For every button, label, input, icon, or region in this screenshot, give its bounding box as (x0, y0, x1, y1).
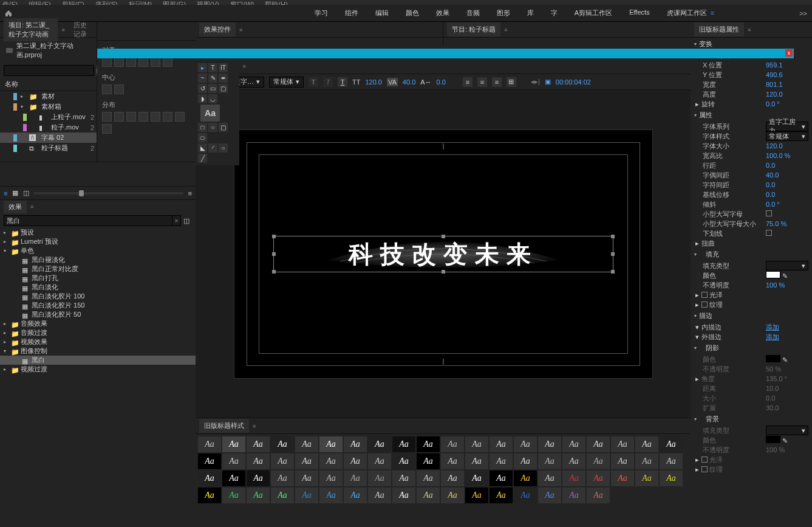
fxcontrol-tab[interactable]: 效果控件 (199, 22, 236, 36)
sync-icon[interactable]: ◂▸| (531, 78, 540, 86)
style-swatch[interactable]: Aa (490, 487, 513, 503)
align-left-icon[interactable]: ≡ (463, 77, 473, 87)
ws-tab[interactable]: 效果 (436, 9, 449, 18)
style-swatch[interactable]: Aa (441, 436, 464, 452)
aspect-value[interactable]: 100.0 % (766, 152, 808, 159)
strokes-section[interactable]: ▾描边 (691, 309, 812, 322)
project-item[interactable]: ⧉粒子标题2 (0, 143, 97, 153)
ellipse-tool[interactable]: ○ (208, 123, 217, 132)
tab-stops-icon[interactable]: ⊞ (507, 77, 516, 87)
underline-icon[interactable]: T (338, 77, 347, 87)
style-swatch[interactable]: Aa (538, 436, 561, 452)
style-swatch[interactable]: Aa (587, 453, 610, 469)
style-swatch[interactable]: Aa (635, 453, 658, 469)
center-btn[interactable] (114, 84, 124, 94)
style-swatch[interactable]: Aa (417, 487, 440, 503)
close-icon[interactable]: x (785, 49, 793, 57)
style-swatch[interactable]: Aa (247, 470, 270, 486)
line-tool[interactable]: ╱ (198, 154, 207, 163)
rot-value[interactable]: 0.0 ° (766, 100, 808, 108)
style-swatch[interactable]: Aa (392, 487, 415, 503)
italic-icon[interactable]: T (323, 77, 333, 87)
arc-tool2[interactable]: ◜ (208, 143, 217, 153)
style-swatch[interactable]: Aa (295, 453, 318, 469)
program-tab[interactable]: 节目: 粒子标题 (447, 22, 500, 36)
style-swatch[interactable]: Aa (417, 470, 440, 486)
ws-tab[interactable]: Effects (629, 9, 649, 18)
style-swatch[interactable]: Aa (319, 470, 343, 486)
style-swatch[interactable]: Aa (587, 436, 610, 452)
dist-btn[interactable] (151, 112, 160, 122)
smallcaps-size[interactable]: 75.0 % (766, 220, 808, 227)
wedge-tool[interactable]: ◗ (198, 94, 207, 103)
eyedropper-icon[interactable]: ✎ (782, 437, 788, 444)
style-swatch[interactable]: Aa (514, 436, 537, 452)
menu-edit[interactable]: 编辑(E) (29, 0, 51, 5)
selection-box[interactable] (273, 236, 613, 272)
ws-tab[interactable]: 编辑 (375, 9, 389, 18)
home-icon[interactable] (2, 7, 15, 19)
effect-item[interactable]: ▾📁图像控制 (0, 346, 196, 356)
ypos-value[interactable]: 490.6 (766, 71, 808, 78)
kerning-value[interactable]: 40.0 (403, 78, 415, 86)
ws-tab[interactable]: 音频 (466, 9, 480, 18)
ws-tab[interactable]: 库 (527, 9, 534, 18)
align-btn[interactable] (151, 57, 160, 67)
add-anchor-tool[interactable]: ✒ (219, 74, 228, 83)
add-outer-stroke[interactable]: 添加 (766, 333, 779, 340)
rect-tool[interactable]: ▭ (208, 84, 217, 93)
style-swatch[interactable]: Aa (441, 470, 464, 486)
style-swatch[interactable]: Aa (587, 470, 610, 486)
font-weight-select[interactable]: 常规体▾ (269, 77, 304, 88)
style-swatch[interactable]: Aa (344, 470, 367, 486)
bg-color-swatch[interactable] (766, 436, 780, 443)
add-inner-stroke[interactable]: 添加 (766, 323, 779, 331)
style-swatch[interactable]: Aa (295, 436, 318, 452)
icon-view-icon[interactable]: ▦ (12, 189, 18, 197)
leading-value[interactable]: 0.0 (766, 162, 808, 169)
style-swatch[interactable]: Aa (344, 436, 367, 452)
style-swatch[interactable]: Aa (611, 453, 634, 469)
style-swatch[interactable]: Aa (344, 487, 367, 503)
shadow-color-swatch[interactable] (766, 355, 780, 362)
style-swatch[interactable]: Aa (611, 470, 634, 486)
ws-expand-icon[interactable]: >> (799, 10, 807, 17)
style-swatch[interactable]: Aa (271, 453, 294, 469)
sheen-checkbox[interactable] (701, 292, 708, 298)
style-swatch[interactable]: Aa (198, 453, 221, 469)
style-swatch[interactable]: Aa (660, 436, 683, 452)
style-swatch[interactable]: Aa (514, 470, 537, 486)
style-swatch[interactable]: Aa (222, 470, 245, 486)
width-value[interactable]: 801.1 (766, 81, 808, 88)
vtype-tool[interactable]: IT (219, 63, 228, 72)
style-swatch[interactable]: Aa (465, 453, 488, 469)
style-swatch[interactable]: Aa (247, 453, 270, 469)
bgtype-dropdown[interactable]: ▾ (766, 425, 808, 435)
effect-item[interactable]: ▸📁音频效果 (0, 319, 196, 328)
align-btn[interactable] (114, 57, 124, 67)
project-item[interactable]: ▮上粒子.mov2 (0, 112, 97, 122)
style-swatch[interactable]: Aa (562, 436, 585, 452)
style-swatch[interactable]: Aa (319, 453, 343, 469)
menu-graphics[interactable]: 图形(G) (163, 0, 186, 5)
dist-btn[interactable] (138, 112, 148, 122)
ws-tab[interactable]: 颜色 (406, 9, 419, 18)
fill-opacity[interactable]: 100 % (766, 281, 808, 289)
slant-value[interactable]: 0.0 ° (766, 201, 808, 208)
rotate-tool[interactable]: ↺ (198, 84, 207, 93)
panel-menu-icon[interactable]: ≡ (239, 27, 242, 33)
panel-menu-icon[interactable]: ≡ (242, 63, 245, 69)
style-swatch[interactable]: Aa (271, 436, 294, 452)
arc-tool[interactable]: ◡ (208, 94, 217, 103)
tracking-value[interactable]: 0.0 (766, 181, 808, 188)
style-swatch[interactable]: Aa (198, 487, 221, 503)
tracking-value[interactable]: 0.0 (437, 78, 446, 86)
pill-tool[interactable]: ⬭ (198, 133, 207, 142)
effects-search[interactable] (4, 215, 172, 226)
panel-menu-icon[interactable]: ≡ (61, 27, 64, 33)
style-swatch[interactable]: Aa (611, 436, 634, 452)
menu-window[interactable]: 窗口(W) (230, 0, 254, 5)
select-tool[interactable]: ▸ (198, 63, 207, 72)
style-swatch[interactable]: Aa (198, 470, 221, 486)
menu-view[interactable]: 视图(V) (197, 0, 219, 5)
